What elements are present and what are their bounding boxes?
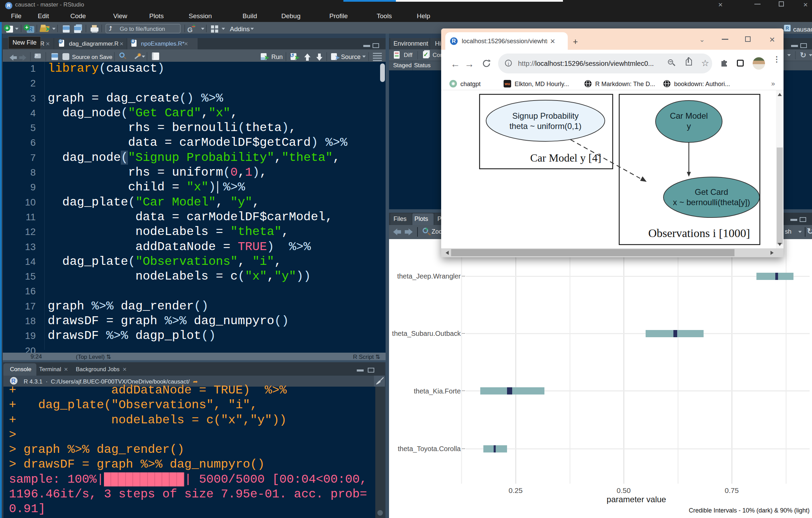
svg-text:Car Model y [4]: Car Model y [4] [530, 152, 601, 164]
svg-text:theta ~ uniform(0,1): theta ~ uniform(0,1) [509, 121, 581, 131]
svg-text:y: y [687, 121, 691, 131]
svg-text:Signup Probability: Signup Probability [512, 111, 578, 120]
svg-text:Car Model: Car Model [670, 111, 708, 120]
svg-text:Observations i [1000]: Observations i [1000] [648, 227, 750, 239]
svg-text:x ~ bernoulli(theta[y]): x ~ bernoulli(theta[y]) [673, 198, 750, 207]
svg-text:Get Card: Get Card [695, 187, 728, 197]
